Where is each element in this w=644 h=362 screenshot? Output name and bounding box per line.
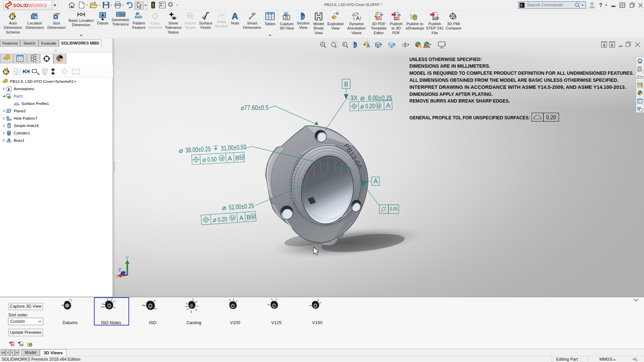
svg-text:B: B: [344, 80, 348, 88]
svg-text:3D: 3D: [379, 13, 383, 16]
svg-text:⌀: ⌀: [222, 204, 227, 212]
svg-text:PDF: PDF: [11, 344, 14, 346]
svg-text:3D: 3D: [12, 342, 14, 344]
svg-text:e: e: [412, 12, 417, 21]
svg-text:xxx: xxx: [55, 12, 60, 15]
svg-text:52.00±0.25: 52.00±0.25: [228, 202, 254, 211]
svg-text:A: A: [356, 15, 360, 21]
svg-text:Z: Z: [118, 267, 121, 272]
svg-text:0.20: 0.20: [217, 216, 227, 223]
svg-text:⌀77.60±0.5: ⌀77.60±0.5: [241, 104, 269, 111]
svg-text:STEP: STEP: [433, 17, 439, 19]
svg-text:M: M: [230, 215, 234, 221]
svg-text:X: X: [116, 274, 119, 279]
svg-text:A: A: [374, 177, 378, 185]
svg-text:MODEL IS REQUIRED TO COMPLETE: MODEL IS REQUIRED TO COMPLETE PRODUCT DE…: [409, 70, 634, 76]
svg-text:Y: Y: [126, 256, 129, 260]
svg-text:0.50: 0.50: [207, 156, 217, 163]
svg-text:STEP: STEP: [20, 344, 23, 346]
svg-text:ALL DIMENSIONS OBTAINED FROM T: ALL DIMENSIONS OBTAINED FROM THE MODEL A…: [409, 77, 618, 83]
svg-text:B: B: [246, 214, 251, 221]
svg-text:e: e: [29, 341, 32, 348]
svg-text:A: A: [386, 102, 391, 109]
svg-text:0.05: 0.05: [390, 206, 398, 212]
svg-text:A: A: [367, 43, 370, 49]
svg-text:M: M: [220, 156, 223, 161]
svg-text:A: A: [239, 214, 244, 222]
svg-text:M: M: [251, 214, 255, 220]
svg-text:⌀: ⌀: [360, 94, 365, 102]
svg-text:AT: AT: [189, 14, 192, 17]
svg-text:A: A: [232, 12, 238, 20]
svg-text:?: ?: [599, 2, 602, 8]
svg-text:DIMENSIONS APPLY AFTER PLATING: DIMENSIONS APPLY AFTER PLATING.: [409, 91, 493, 97]
svg-text:3D: 3D: [397, 13, 401, 17]
svg-text:⌀: ⌀: [360, 103, 364, 110]
svg-text:WORKS: WORKS: [28, 3, 47, 8]
svg-text:B: B: [235, 155, 239, 162]
svg-text:A: A: [101, 13, 104, 18]
svg-text:A: A: [8, 87, 10, 92]
svg-text:0.20: 0.20: [365, 102, 375, 110]
svg-text:?: ?: [454, 16, 457, 21]
svg-text:REMOVE BURRS AND BREAK SHARP E: REMOVE BURRS AND BREAK SHARP EDGES.: [409, 98, 510, 104]
svg-text:⌀: ⌀: [178, 146, 183, 154]
svg-text:UNLESS OTHERWISE SPECIFIED:: UNLESS OTHERWISE SPECIFIED:: [409, 56, 482, 62]
svg-text:INTERPRET DRAWING IN ACCORDANC: INTERPRET DRAWING IN ACCORDANCE WITH ASM…: [409, 84, 626, 90]
svg-text:M: M: [377, 103, 380, 108]
svg-text:M: M: [240, 155, 244, 160]
svg-text:⌀: ⌀: [202, 156, 206, 164]
svg-text:0.20: 0.20: [546, 114, 556, 121]
svg-text:⌀: ⌀: [212, 216, 216, 224]
svg-text:A: A: [227, 155, 232, 162]
svg-text:PDF: PDF: [377, 17, 381, 19]
svg-text:GENERAL PROFILE TOL FOR UNSPEC: GENERAL PROFILE TOL FOR UNSPECIFIED SURF…: [409, 115, 530, 120]
svg-text:DIMENSIONS ARE IN MILLIMETERS.: DIMENSIONS ARE IN MILLIMETERS.: [409, 63, 490, 69]
svg-text:?: ?: [337, 12, 339, 15]
svg-text:3X: 3X: [350, 94, 358, 102]
svg-text:31.00±0.50: 31.00±0.50: [221, 143, 247, 152]
svg-text:SOLID: SOLID: [13, 3, 29, 8]
svg-text:0.3: 0.3: [121, 13, 125, 16]
svg-text:38.00±0.25: 38.00±0.25: [185, 145, 211, 154]
svg-text:PDF: PDF: [395, 17, 399, 19]
